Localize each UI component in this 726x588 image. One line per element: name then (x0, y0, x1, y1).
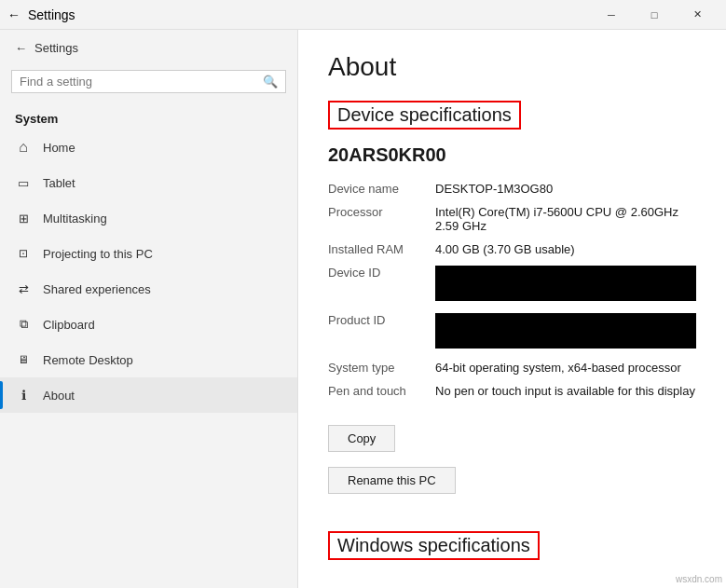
copy-button-container: Copy (328, 416, 696, 452)
sidebar-item-label: Tablet (43, 176, 75, 190)
sidebar-item-label: Projecting to this PC (43, 247, 153, 261)
device-id-redacted (435, 266, 696, 301)
clipboard-icon: ⧉ (15, 316, 32, 333)
spec-value: No pen or touch input is available for t… (435, 379, 696, 403)
sidebar-item-multitasking[interactable]: ⊞ Multitasking (0, 200, 297, 236)
close-button[interactable]: ✕ (676, 0, 719, 30)
spec-value-redacted (435, 308, 696, 356)
app-body: ← Settings 🔍 System ⌂ Home ▭ Tablet ⊞ Mu… (0, 30, 726, 588)
spec-label: Pen and touch (328, 379, 435, 403)
spec-label: System type (328, 356, 435, 379)
sidebar-section-label: System (0, 104, 297, 130)
sidebar-item-label: Clipboard (43, 318, 95, 332)
sidebar-item-shared[interactable]: ⇄ Shared experiences (0, 271, 297, 307)
rename-button-container: Rename this PC (328, 459, 696, 513)
sidebar-item-label: Multitasking (43, 212, 107, 226)
table-row: System type 64-bit operating system, x64… (328, 356, 696, 379)
table-row: Edition Windows 10 Pro (328, 582, 696, 588)
back-icon[interactable]: ← (7, 7, 21, 22)
spec-label: Product ID (328, 308, 435, 356)
spec-value: DESKTOP-1M3OG80 (435, 177, 696, 200)
table-row: Installed RAM 4.00 GB (3.70 GB usable) (328, 238, 696, 261)
watermark: wsxdn.com (676, 574, 722, 584)
copy-button[interactable]: Copy (328, 425, 395, 452)
remote-icon: 🖥 (15, 351, 32, 368)
sidebar-search-box[interactable]: 🔍 (11, 70, 286, 93)
windows-spec-table: Edition Windows 10 Pro Version 21H2 Inst… (328, 582, 696, 588)
spec-label: Processor (328, 200, 435, 238)
table-row: Product ID (328, 308, 696, 356)
product-id-redacted (435, 313, 696, 349)
sidebar-back-label: Settings (34, 41, 78, 55)
table-row: Pen and touch No pen or touch input is a… (328, 379, 696, 403)
home-icon: ⌂ (15, 139, 32, 156)
titlebar-left: ← Settings (7, 7, 75, 22)
table-row: Processor Intel(R) Core(TM) i7-5600U CPU… (328, 200, 696, 238)
table-row: Device ID (328, 261, 696, 308)
spec-label: Device ID (328, 261, 435, 308)
table-row: Device name DESKTOP-1M3OG80 (328, 177, 696, 200)
sidebar-item-remote[interactable]: 🖥 Remote Desktop (0, 342, 297, 377)
device-name-big: 20ARS0KR00 (328, 144, 696, 166)
spec-value: 64-bit operating system, x64-based proce… (435, 356, 696, 379)
sidebar-item-label: Remote Desktop (43, 353, 133, 367)
spec-value: Windows 10 Pro (459, 582, 696, 588)
sidebar: ← Settings 🔍 System ⌂ Home ▭ Tablet ⊞ Mu… (0, 30, 298, 588)
search-input[interactable] (20, 75, 257, 89)
spec-value: 4.00 GB (3.70 GB usable) (435, 238, 696, 261)
about-icon: ℹ (15, 387, 32, 403)
page-title: About (328, 52, 696, 82)
device-specs-heading: Device specifications (328, 101, 521, 130)
tablet-icon: ▭ (15, 174, 32, 191)
sidebar-item-projecting[interactable]: ⊡ Projecting to this PC (0, 236, 297, 271)
maximize-button[interactable]: □ (633, 0, 676, 30)
minimize-button[interactable]: ─ (590, 0, 633, 30)
windows-specs-heading: Windows specifications (328, 531, 540, 560)
titlebar-title: Settings (28, 7, 75, 22)
titlebar-controls: ─ □ ✕ (590, 0, 719, 30)
spec-table: Device name DESKTOP-1M3OG80 Processor In… (328, 177, 696, 403)
back-arrow-icon: ← (15, 41, 27, 55)
sidebar-item-label: Shared experiences (43, 282, 151, 296)
spec-value: Intel(R) Core(TM) i7-5600U CPU @ 2.60GHz… (435, 200, 696, 238)
sidebar-item-label: About (43, 389, 75, 403)
multitasking-icon: ⊞ (15, 210, 32, 226)
search-icon: 🔍 (263, 75, 278, 89)
sidebar-item-home[interactable]: ⌂ Home (0, 130, 297, 165)
sidebar-item-clipboard[interactable]: ⧉ Clipboard (0, 307, 297, 342)
projecting-icon: ⊡ (15, 245, 32, 262)
content-area: About Device specifications 20ARS0KR00 D… (298, 30, 726, 588)
spec-label: Edition (328, 582, 459, 588)
sidebar-item-tablet[interactable]: ▭ Tablet (0, 165, 297, 200)
rename-pc-button[interactable]: Rename this PC (328, 467, 456, 494)
spec-label: Device name (328, 177, 435, 200)
titlebar: ← Settings ─ □ ✕ (0, 0, 726, 30)
shared-icon: ⇄ (15, 280, 32, 297)
spec-value-redacted (435, 261, 696, 308)
sidebar-back-button[interactable]: ← Settings (0, 30, 297, 66)
sidebar-item-about[interactable]: ℹ About (0, 377, 297, 413)
sidebar-item-label: Home (43, 141, 75, 155)
spec-label: Installed RAM (328, 238, 435, 261)
